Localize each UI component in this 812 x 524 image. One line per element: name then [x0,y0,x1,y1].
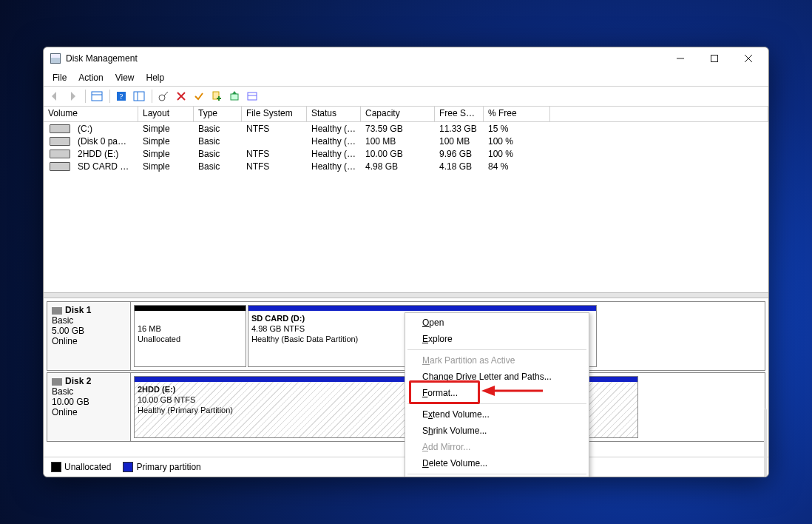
svg-rect-16 [248,93,257,100]
menu-action[interactable]: Action [72,71,109,84]
col-status[interactable]: Status [307,107,361,121]
maximize-button[interactable] [697,48,731,69]
show-hide-console-icon[interactable] [89,88,105,104]
volume-row[interactable]: (Disk 0 partition 1) Simple Basic Health… [44,135,768,147]
disk-label: Disk 2 Basic 10.00 GB Online [47,373,131,441]
toolbar: ? [44,86,768,107]
ctx-separator [407,474,586,474]
volume-row[interactable]: SD CARD (D:) Simple Basic NTFS Healthy (… [44,160,768,172]
col-pct[interactable]: % Free [484,107,550,121]
legend-unallocated: Unallocated [51,462,111,473]
svg-rect-4 [92,92,102,101]
ctx-add-mirror: Add Mirror... [406,439,588,455]
ctx-separator [407,349,586,350]
check-icon[interactable] [191,88,207,104]
forward-icon[interactable] [64,88,81,104]
ctx-change-letter[interactable]: Change Drive Letter and Paths... [406,369,588,385]
minimize-button[interactable] [663,48,697,69]
back-icon[interactable] [47,88,63,104]
svg-text:?: ? [120,92,124,101]
drive-icon [50,124,70,133]
partition-unallocated[interactable]: 16 MB Unallocated [134,305,246,367]
volume-header: Volume Layout Type File System Status Ca… [44,107,768,122]
refresh-icon[interactable] [155,88,172,104]
drive-icon [50,137,70,146]
menu-file[interactable]: File [47,71,72,84]
col-volume[interactable]: Volume [44,107,138,121]
ctx-open[interactable]: Open [406,315,588,331]
drive-icon [50,162,70,171]
menu-help[interactable]: Help [141,71,171,84]
legend-primary: Primary partition [123,462,200,473]
ctx-explore[interactable]: Explore [406,331,588,347]
window-title: Disk Management [66,53,138,64]
col-free[interactable]: Free Spa... [435,107,484,121]
new-icon[interactable] [209,88,225,104]
ctx-extend[interactable]: Extend Volume... [406,406,588,423]
help-icon[interactable]: ? [113,88,129,104]
ctx-properties[interactable]: Properties [406,477,588,477]
app-icon [50,53,61,64]
menu-view[interactable]: View [109,71,141,84]
close-button[interactable] [731,48,765,69]
svg-rect-1 [711,56,718,62]
settings-list-icon[interactable] [131,88,147,104]
ctx-mark-active: Mark Partition as Active [406,352,588,369]
disk-icon [52,307,62,315]
col-filesystem[interactable]: File System [242,107,307,121]
properties-icon[interactable] [244,88,260,104]
menubar: File Action View Help [44,70,768,86]
ctx-separator [407,403,586,404]
toolbar-separator [109,90,110,103]
svg-point-10 [159,95,165,101]
col-capacity[interactable]: Capacity [361,107,435,121]
action-icon[interactable] [226,88,243,104]
content-container: Volume Layout Type File System Status Ca… [44,107,768,477]
annotation-arrow [480,383,547,398]
volume-list[interactable]: (C:) Simple Basic NTFS Healthy (B... 73.… [44,122,768,292]
volume-row[interactable]: (C:) Simple Basic NTFS Healthy (B... 73.… [44,122,768,135]
svg-rect-8 [134,92,144,101]
ctx-shrink[interactable]: Shrink Volume... [406,423,588,439]
scrollbar[interactable] [764,409,767,477]
svg-line-11 [164,92,168,95]
disk-management-window: Disk Management File Action View Help ? [43,47,769,477]
svg-marker-19 [481,386,495,396]
disk-label: Disk 1 Basic 5.00 GB Online [47,302,131,370]
titlebar[interactable]: Disk Management [44,47,768,70]
volume-row[interactable]: 2HDD (E:) Simple Basic NTFS Healthy (P..… [44,147,768,160]
volume-name: (C:) [44,124,138,134]
ctx-delete[interactable]: Delete Volume... [406,455,588,471]
toolbar-separator [85,90,86,103]
svg-rect-15 [231,94,238,100]
col-empty [550,107,768,121]
splitter[interactable] [44,292,768,298]
delete-icon[interactable] [173,88,189,104]
drive-icon [50,150,70,158]
disk-icon [52,378,62,386]
col-layout[interactable]: Layout [138,107,194,121]
toolbar-separator [152,90,152,103]
col-type[interactable]: Type [194,107,242,121]
